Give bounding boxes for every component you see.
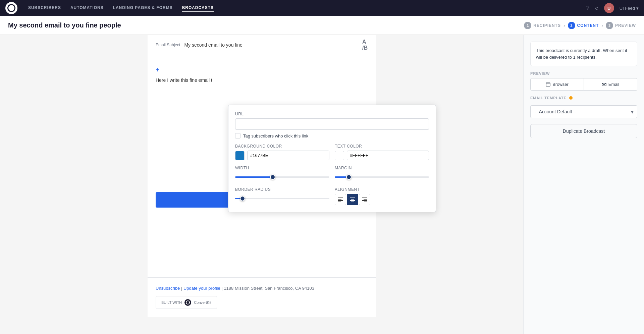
- border-radius-section: Border Radius: [235, 187, 329, 205]
- border-radius-track: [235, 198, 329, 199]
- nav-automations[interactable]: AUTOMATIONS: [70, 4, 104, 12]
- nav-right: ? ○ U UI Feed ▾: [586, 3, 639, 13]
- email-subject-row: Email Subject A/B: [148, 35, 376, 55]
- svg-rect-5: [351, 199, 354, 200]
- breadcrumb-step-content[interactable]: 2 CONTENT: [568, 22, 599, 29]
- preview-browser-button[interactable]: Browser: [530, 78, 584, 91]
- convertkit-brand: ConvertKit: [194, 300, 211, 304]
- ck-logo-inner: [186, 300, 190, 304]
- svg-rect-10: [362, 200, 367, 201]
- text-color-label: Text Color: [335, 144, 429, 149]
- align-left-button[interactable]: [335, 194, 346, 205]
- email-canvas: Email Subject A/B + Here I write this fi…: [148, 35, 376, 317]
- border-radius-thumb[interactable]: [240, 196, 245, 201]
- align-center-button[interactable]: [347, 194, 358, 205]
- text-color-input[interactable]: [347, 151, 429, 160]
- add-block-button[interactable]: +: [156, 63, 368, 76]
- nav-landing-pages[interactable]: LANDING PAGES & FORMS: [113, 4, 173, 12]
- step-arrow-1: ›: [564, 23, 565, 28]
- preview-section-label: PREVIEW: [530, 71, 637, 75]
- breadcrumb-step-recipients[interactable]: 1 RECIPIENTS: [524, 22, 561, 29]
- template-section-label: EMAIL TEMPLATE: [530, 96, 567, 100]
- unsubscribe-link[interactable]: Unsubscribe: [156, 286, 180, 291]
- bg-color-section: Background Color: [235, 144, 329, 160]
- margin-track: [335, 176, 429, 178]
- svg-rect-1: [338, 199, 341, 200]
- tag-checkbox-label: Tag subscribers who click this link: [243, 133, 308, 138]
- step-label-content: CONTENT: [577, 23, 599, 28]
- url-section: URL Tag subscribers who click this link: [235, 112, 429, 138]
- email-footer: Unsubscribe | Update your profile | 1188…: [148, 277, 376, 317]
- duplicate-broadcast-button[interactable]: Duplicate Broadcast: [530, 124, 637, 138]
- ab-test-icon[interactable]: A/B: [362, 39, 368, 51]
- subject-input[interactable]: [184, 42, 358, 48]
- avatar[interactable]: U: [604, 3, 614, 13]
- update-profile-link[interactable]: Update your profile: [183, 286, 220, 291]
- url-input[interactable]: [235, 118, 429, 130]
- step-num-2: 2: [568, 22, 575, 29]
- align-right-button[interactable]: [359, 194, 370, 205]
- step-label-recipients: RECIPIENTS: [533, 23, 561, 28]
- svg-rect-7: [351, 202, 354, 202]
- alignment-label: Alignment: [335, 187, 429, 192]
- svg-rect-6: [350, 200, 355, 201]
- svg-rect-2: [338, 200, 343, 201]
- top-nav: SUBSCRIBERS AUTOMATIONS LANDING PAGES & …: [0, 0, 644, 16]
- built-with-label: BUILT WITH: [161, 300, 182, 304]
- template-select-wrap: -- Account Default -- ▾: [530, 105, 637, 118]
- breadcrumb-step-preview[interactable]: 3 PREVIEW: [606, 22, 636, 29]
- svg-rect-4: [350, 198, 355, 198]
- svg-rect-8: [362, 198, 367, 198]
- nav-links: SUBSCRIBERS AUTOMATIONS LANDING PAGES & …: [28, 4, 576, 12]
- bg-color-swatch[interactable]: [235, 151, 245, 160]
- svg-rect-3: [338, 202, 341, 202]
- bg-color-label: Background Color: [235, 144, 329, 149]
- preview-buttons: Browser Email: [530, 78, 637, 91]
- logo-inner: [7, 4, 15, 12]
- preview-email-button[interactable]: Email: [584, 78, 637, 91]
- button-settings-popup: URL Tag subscribers who click this link …: [228, 105, 436, 212]
- help-icon[interactable]: ?: [586, 5, 590, 12]
- bg-color-input[interactable]: [247, 151, 329, 160]
- chevron-down-icon: ▾: [636, 6, 639, 11]
- margin-label: Margin: [335, 166, 429, 170]
- editor-area: Email Subject A/B + Here I write this fi…: [0, 35, 523, 334]
- width-thumb[interactable]: [270, 174, 275, 180]
- alignment-section: Alignment: [335, 187, 429, 205]
- preview-browser-label: Browser: [552, 82, 569, 87]
- footer-links: Unsubscribe | Update your profile | 1188…: [156, 286, 368, 291]
- svg-rect-11: [364, 202, 367, 202]
- margin-section: Margin: [335, 166, 429, 182]
- main-layout: Email Subject A/B + Here I write this fi…: [0, 35, 644, 334]
- svg-rect-0: [338, 198, 343, 198]
- text-color-section: Text Color: [335, 144, 429, 160]
- sidebar: This broadcast is currently a draft. Whe…: [523, 35, 644, 334]
- nav-subscribers[interactable]: SUBSCRIBERS: [28, 4, 61, 12]
- step-num-3: 3: [606, 22, 613, 29]
- text-color-swatch[interactable]: [335, 151, 344, 160]
- step-label-preview: PREVIEW: [615, 23, 636, 28]
- border-radius-label: Border Radius: [235, 187, 329, 192]
- template-select[interactable]: -- Account Default --: [531, 106, 637, 118]
- subject-label: Email Subject: [156, 43, 180, 47]
- tag-checkbox[interactable]: [235, 133, 240, 138]
- svg-rect-9: [364, 199, 367, 200]
- page-title: My second email to you fine people: [8, 21, 121, 29]
- width-section: Width: [235, 166, 329, 182]
- broadcast-info: This broadcast is currently a draft. Whe…: [530, 42, 637, 66]
- margin-thumb[interactable]: [346, 174, 352, 180]
- width-fill: [235, 176, 273, 178]
- alignment-buttons: [335, 194, 429, 205]
- template-status-dot: [569, 96, 573, 100]
- footer-separator-1: |: [181, 286, 183, 291]
- breadcrumb-bar: My second email to you fine people 1 REC…: [0, 16, 644, 35]
- logo[interactable]: [5, 2, 17, 14]
- search-icon[interactable]: ○: [595, 5, 599, 12]
- feed-label[interactable]: UI Feed ▾: [620, 6, 639, 11]
- convertkit-logo: [184, 299, 191, 306]
- nav-broadcasts[interactable]: BROADCASTS: [182, 4, 214, 12]
- preview-email-label: Email: [608, 82, 620, 87]
- width-track: [235, 176, 329, 178]
- email-body-text[interactable]: Here I write this fine email t: [156, 76, 368, 84]
- convertkit-badge: BUILT WITH ConvertKit: [156, 296, 217, 309]
